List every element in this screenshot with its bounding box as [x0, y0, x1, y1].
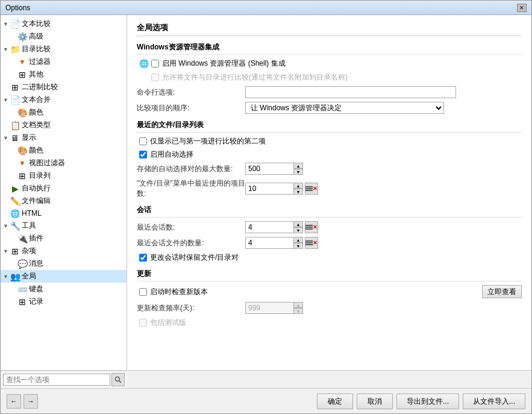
compare-order-select[interactable]: 让 Windows 资源管理器决定 [245, 102, 444, 114]
sidebar-item-html[interactable]: 🌐 HTML [1, 207, 127, 219]
recent-session-files-up[interactable]: ▲ [293, 237, 303, 243]
back-arrow[interactable]: ← [7, 394, 21, 409]
red-x-icon2: ✕ [313, 224, 318, 230]
recent-session-files-list-btn[interactable]: ✕ [305, 237, 318, 249]
recent-sessions-down[interactable]: ▼ [293, 227, 303, 233]
view-filter-icon: ▼ [17, 158, 27, 168]
keep-files-checkbox[interactable] [139, 254, 147, 262]
sidebar-label-plugins: 插件 [29, 233, 43, 243]
recent-sessions-spinners: ▲ ▼ [293, 221, 303, 233]
show-second-row: 仅显示已与第一项进行比较的第二项 [137, 136, 522, 146]
sidebar-item-text-merge[interactable]: ▼ 📄 文本合并 [1, 93, 127, 106]
expand-arrow: ▼ [3, 97, 10, 103]
expand-arrow: ▼ [3, 46, 10, 52]
sidebar-item-display[interactable]: ▼ 🖥 显示 [1, 131, 127, 144]
advanced-icon: ⚙️ [17, 32, 27, 42]
update-freq-down[interactable]: ▼ [293, 308, 303, 314]
sidebar-item-other[interactable]: ⊞ 其他 [1, 68, 127, 81]
recent-sessions-input[interactable] [245, 221, 293, 233]
recent-items-row: "文件/目录"菜单中最近使用的项目数: ▲ ▼ ✕ [137, 178, 522, 199]
globe-icon: 🌐 [139, 59, 149, 68]
sidebar-item-global[interactable]: ▼ 👥 全局 [1, 270, 127, 283]
auto-select-label: 启用自动选择 [150, 149, 193, 160]
sidebar-item-view-filter[interactable]: ▼ 视图过滤器 [1, 157, 127, 169]
recent-items-input[interactable] [245, 183, 293, 195]
options-window: Options ✕ ▼ 📄 文本比较 ⚙️ 高级 ▼ 📁 目录比较 [0, 0, 532, 414]
include-beta-checkbox[interactable] [139, 319, 147, 327]
colors2-icon: 🎨 [17, 146, 27, 155]
sidebar-label-text-merge: 文本合并 [22, 95, 51, 105]
cancel-button[interactable]: 取消 [357, 394, 393, 409]
sidebar-item-colors[interactable]: 🎨 颜色 [1, 106, 127, 119]
sidebar-item-advanced[interactable]: ⚙️ 高级 [1, 30, 127, 43]
other-icon: ⊞ [17, 70, 27, 80]
close-button[interactable]: ✕ [517, 4, 527, 12]
update-freq-up[interactable]: ▲ [293, 302, 303, 308]
dir-compare-icon: 📁 [10, 45, 20, 54]
sidebar-label-doc-type: 文档类型 [22, 120, 51, 130]
sidebar-item-file-edit[interactable]: ✏️ 文件编辑 [1, 195, 127, 207]
import-button[interactable]: 从文件导入... [463, 394, 525, 409]
bottom-buttons: 确定 取消 导出到文件... 从文件导入... [317, 394, 525, 409]
compare-order-row: 比较项目的顺序: 让 Windows 资源管理器决定 [137, 102, 522, 114]
sidebar-item-misc[interactable]: ▼ ⊞ 杂项 [1, 245, 127, 257]
sidebar-item-binary-compare[interactable]: ⊞ 二进制比较 [1, 81, 127, 93]
sessions-title: 会话 [137, 205, 522, 218]
check-now-button[interactable]: 立即查看 [482, 285, 522, 298]
sidebar-item-dir-list[interactable]: ⊞ 目录列 [1, 169, 127, 182]
sidebar-item-filter[interactable]: ▼ 过滤器 [1, 55, 127, 68]
max-auto-label: 存储的自动选择对的最大数量: [137, 164, 245, 174]
main-title: 全局选项 [137, 22, 522, 36]
binary-compare-icon: ⊞ [10, 83, 20, 92]
recent-sessions-up[interactable]: ▲ [293, 221, 303, 227]
expand-arrow: ▼ [3, 274, 10, 280]
show-second-label: 仅显示已与第一项进行比较的第二项 [150, 136, 266, 146]
sidebar-item-dir-compare[interactable]: ▼ 📁 目录比较 [1, 43, 127, 55]
update-freq-row: 更新检查频率(天): ▲ ▼ [137, 302, 522, 314]
include-beta-row: 包括测试版 [137, 318, 522, 328]
max-auto-up[interactable]: ▲ [293, 163, 303, 169]
nav-arrows: ← → [7, 394, 38, 409]
cmd-options-input[interactable] [245, 86, 456, 98]
max-auto-input[interactable] [245, 163, 293, 175]
recent-session-files-down[interactable]: ▼ [293, 243, 303, 249]
title-bar-controls: ✕ [517, 4, 527, 12]
recent-sessions-list-btn[interactable]: ✕ [305, 221, 318, 233]
text-compare-icon: 📄 [10, 19, 20, 29]
search-input[interactable] [3, 374, 110, 386]
ok-button[interactable]: 确定 [317, 394, 353, 409]
sidebar-item-record[interactable]: ⊞ 记录 [1, 295, 127, 308]
cmd-options-label: 命令行选项: [137, 87, 245, 98]
filter-icon: ▼ [17, 57, 27, 67]
svg-line-1 [119, 381, 121, 383]
check-on-start-checkbox[interactable] [139, 288, 147, 296]
misc-icon: ⊞ [10, 246, 20, 256]
sidebar-item-tools[interactable]: ▼ 🔧 工具 [1, 219, 127, 232]
max-auto-down[interactable]: ▼ [293, 169, 303, 175]
sidebar-item-keyboard[interactable]: ⌨️ 键盘 [1, 283, 127, 295]
enable-shell-checkbox[interactable] [151, 60, 159, 67]
export-button[interactable]: 导出到文件... [396, 394, 459, 409]
sidebar-label-misc: 杂项 [22, 246, 36, 256]
sidebar-item-messages[interactable]: 💬 消息 [1, 257, 127, 270]
sidebar-item-doc-type[interactable]: 📋 文档类型 [1, 119, 127, 131]
text-merge-icon: 📄 [10, 95, 20, 105]
update-freq-input[interactable] [245, 302, 293, 314]
cmd-options-row: 命令行选项: [137, 86, 522, 98]
recent-session-files-input[interactable] [245, 237, 293, 249]
sidebar-item-plugins[interactable]: 🔌 插件 [1, 232, 127, 245]
allow-files-checkbox-row: 允许将文件与目录进行比较(通过将文件名附加到目录名称) [151, 72, 522, 83]
show-second-checkbox[interactable] [139, 137, 147, 145]
recent-items-down[interactable]: ▼ [293, 189, 303, 195]
allow-files-checkbox[interactable] [151, 74, 159, 81]
sidebar-item-auto-exec[interactable]: ▶ 自动执行 [1, 182, 127, 195]
red-x-icon: ✕ [313, 186, 318, 192]
bottom-bar: ← → 确定 取消 导出到文件... 从文件导入... [1, 388, 531, 413]
recent-items-up[interactable]: ▲ [293, 183, 303, 189]
recent-items-list-btn[interactable]: ✕ [305, 183, 318, 195]
auto-select-checkbox[interactable] [139, 151, 147, 158]
sidebar-item-colors2[interactable]: 🎨 颜色 [1, 144, 127, 157]
search-button[interactable] [111, 373, 125, 386]
forward-arrow[interactable]: → [23, 394, 38, 409]
sidebar-item-text-compare[interactable]: ▼ 📄 文本比较 [1, 17, 127, 30]
